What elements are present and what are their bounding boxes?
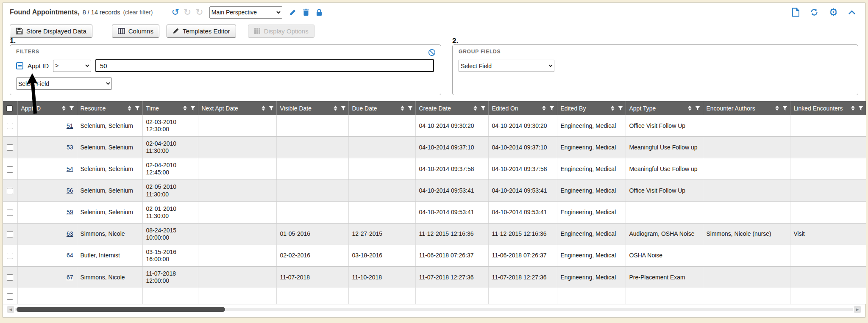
row-select-cell [3, 267, 17, 288]
filter-icon[interactable] [408, 106, 413, 111]
cell-resource: Simmons, Nicole [77, 223, 142, 245]
cell-appt-type: Meaningful Use Follow up [626, 158, 703, 180]
store-displayed-data-button[interactable]: Store Displayed Data [10, 25, 92, 38]
filter-icon[interactable] [481, 106, 486, 111]
filter-enabled-checkbox[interactable] [16, 62, 23, 69]
sort-icon[interactable] [61, 105, 66, 111]
filter-icon[interactable] [782, 106, 787, 111]
sort-icon[interactable] [542, 105, 546, 111]
cell-create-date: 04-10-2014 09:53:41 [415, 180, 488, 202]
lock-icon[interactable] [316, 8, 323, 17]
filter-icon[interactable] [69, 106, 74, 111]
scroll-right-button[interactable]: ▶ [854, 306, 861, 313]
group-field-select[interactable]: Select Field [459, 60, 554, 72]
row-checkbox[interactable] [7, 253, 13, 259]
sort-icon[interactable] [775, 105, 779, 111]
sort-icon[interactable] [687, 105, 692, 111]
column-header-time[interactable]: Time [142, 101, 198, 115]
cell-empty [77, 288, 142, 304]
filter-icon[interactable] [695, 106, 700, 111]
chevron-up-icon[interactable] [848, 10, 856, 15]
cell-linked-encounters [790, 267, 866, 288]
add-filter-field-select[interactable]: Select Field [16, 77, 112, 90]
table-row-empty [3, 288, 866, 304]
row-checkbox[interactable] [7, 144, 13, 151]
filter-icon[interactable] [190, 106, 195, 111]
gear-icon[interactable]: ⚙ [829, 7, 838, 17]
column-header-visible-date[interactable]: Visible Date [276, 101, 348, 115]
column-header-create-date[interactable]: Create Date [415, 101, 488, 115]
filter-icon[interactable] [135, 106, 140, 111]
row-checkbox[interactable] [7, 274, 13, 281]
columns-button[interactable]: Columns [112, 25, 159, 38]
column-header-appt-type[interactable]: Appt Type [626, 101, 703, 115]
table-row: 67Simmons, Nicole11-07-2018 12:00:0011-0… [3, 267, 866, 288]
column-header-edited-by[interactable]: Edited By [557, 101, 626, 115]
perspective-select[interactable]: Main Perspective [209, 6, 282, 19]
appt-id-link[interactable]: 64 [67, 252, 73, 259]
appt-id-link[interactable]: 56 [67, 187, 73, 194]
column-header-resource[interactable]: Resource [77, 101, 142, 115]
new-document-icon[interactable] [792, 8, 800, 17]
table-row: 64Butler, Internist03-15-2016 16:00:0002… [3, 245, 866, 266]
sort-icon[interactable] [127, 105, 132, 111]
cell-edited-by: Engineering, Medical [557, 223, 626, 245]
appt-id-link[interactable]: 59 [67, 209, 73, 215]
undo-icon[interactable]: ↺ [171, 8, 179, 17]
cell-appt-type: Meaningful Use Follow up [626, 137, 703, 158]
appt-id-link[interactable]: 54 [67, 166, 73, 172]
redo-icon[interactable]: ↻ [184, 8, 191, 17]
sort-icon[interactable] [333, 105, 338, 111]
row-checkbox[interactable] [7, 188, 13, 194]
select-all-checkbox[interactable] [6, 105, 13, 112]
filter-icon[interactable] [341, 106, 346, 111]
redo-icon[interactable]: ↻ [195, 8, 203, 17]
sort-icon[interactable] [473, 105, 478, 111]
filter-value-input[interactable] [95, 59, 434, 72]
pencil-icon[interactable] [289, 9, 296, 16]
sort-icon[interactable] [610, 105, 615, 111]
cell-create-date: 11-12-2015 12:16:36 [415, 223, 488, 245]
appointments-table: Appt IDResourceTimeNext Apt DateVisible … [3, 101, 866, 304]
sort-icon[interactable] [183, 105, 187, 111]
cell-time: 08-24-2015 10:00:00 [142, 223, 198, 245]
row-checkbox[interactable] [7, 166, 13, 173]
refresh-icon[interactable] [810, 8, 818, 17]
column-header-edited-on[interactable]: Edited On [488, 101, 557, 115]
column-header-encounter-authors[interactable]: Encounter Authors [703, 101, 790, 115]
annotation-step-1: 1. [10, 37, 16, 45]
filter-icon[interactable] [858, 106, 863, 111]
cell-encounter-authors [703, 245, 790, 266]
filter-operator-select[interactable]: > [53, 60, 91, 72]
column-header-next-apt-date[interactable]: Next Apt Date [198, 101, 276, 115]
templates-editor-button[interactable]: Templates Editor [167, 25, 236, 38]
filter-icon[interactable] [618, 106, 623, 111]
trash-icon[interactable] [303, 8, 309, 16]
appt-id-link[interactable]: 53 [67, 144, 73, 151]
sort-icon[interactable] [261, 105, 266, 111]
filters-panel: FILTERS Appt ID > Select Field [10, 44, 441, 95]
appt-id-link[interactable]: 67 [67, 274, 73, 281]
cell-appt-id: 53 [17, 137, 77, 158]
row-checkbox[interactable] [7, 210, 13, 216]
cell-next-apt-date [198, 180, 276, 202]
row-checkbox[interactable] [7, 231, 13, 237]
table-row: 53Selenium, Selenium02-04-2010 11:30:000… [3, 137, 866, 158]
column-header-appt-id[interactable]: Appt ID [17, 101, 77, 115]
column-header-linked-encounters[interactable]: Linked Encounters [790, 101, 866, 115]
clear-all-filters-icon[interactable] [428, 49, 436, 58]
window-actions: ⚙ [792, 7, 858, 17]
sort-icon[interactable] [851, 105, 855, 111]
filter-icon[interactable] [549, 106, 554, 111]
sort-icon[interactable] [400, 105, 405, 111]
cell-linked-encounters [790, 245, 866, 266]
scroll-left-button[interactable]: ◀ [7, 306, 14, 313]
column-header-due-date[interactable]: Due Date [348, 101, 415, 115]
filter-icon[interactable] [269, 106, 274, 111]
row-checkbox[interactable] [7, 293, 13, 300]
scroll-thumb[interactable] [17, 307, 225, 312]
appt-id-link[interactable]: 51 [67, 122, 73, 129]
appt-id-link[interactable]: 63 [67, 230, 73, 237]
clear-filter-link[interactable]: (clear filter) [123, 9, 153, 16]
row-checkbox[interactable] [7, 123, 13, 129]
